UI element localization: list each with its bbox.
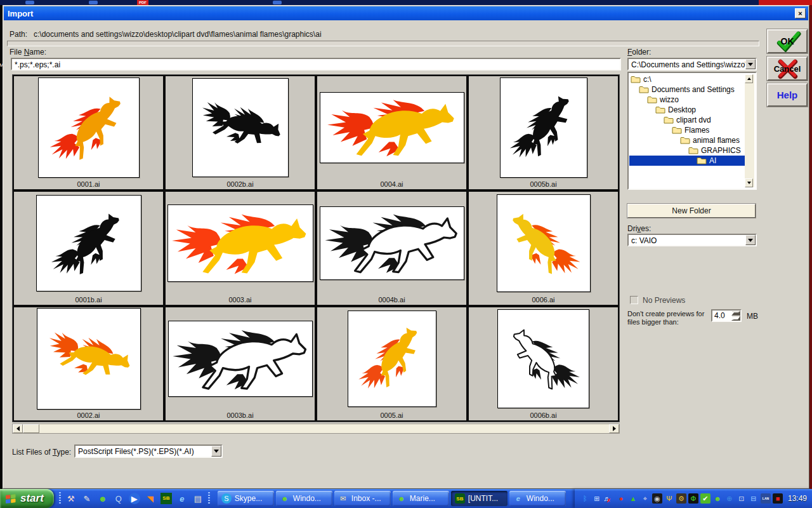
usb-device-icon[interactable]: ⊟ — [749, 493, 759, 504]
ok-button[interactable]: OK — [767, 29, 808, 53]
new-folder-button[interactable]: New Folder — [627, 204, 756, 218]
quicktime-icon[interactable]: Q — [113, 493, 124, 504]
messenger-icon[interactable]: ☻ — [97, 493, 108, 504]
file-type-label: List Files of Type: — [12, 448, 71, 457]
thumbnail-cell[interactable]: 0006b.ai — [468, 306, 619, 422]
folder-tree-item[interactable]: Documents and Settings — [629, 84, 745, 95]
tree-scrollbar[interactable] — [745, 74, 754, 187]
display-settings-icon[interactable]: ⊡ — [737, 493, 747, 504]
antivirus-shield-icon[interactable]: ✔ — [700, 493, 710, 504]
taskbar-task-button[interactable]: S Skype... — [218, 491, 274, 506]
signblazer-icon[interactable]: SB — [160, 493, 172, 504]
dropdown-arrow-icon[interactable] — [745, 59, 756, 69]
taskbar-task-button[interactable]: ☻ Windo... — [276, 491, 332, 506]
no-previews-label: No Previews — [643, 296, 685, 305]
pointer-device-icon[interactable]: ⌖ — [640, 493, 650, 504]
folder-tree-item[interactable]: wizzo — [629, 95, 745, 105]
help-button[interactable]: Help — [767, 83, 808, 107]
folder-tree-item[interactable]: Desktop — [629, 105, 745, 115]
background-window-edge — [759, 0, 812, 5]
file-name-input[interactable]: *.ps;*.eps;*.ai — [11, 58, 621, 70]
thumbnail-cell[interactable]: 0001b.ai — [13, 190, 164, 306]
updates-gear-icon[interactable]: ⚙ — [676, 493, 686, 504]
folder-tree-item[interactable]: GRAPHICS — [629, 145, 745, 156]
thumbnail-cell[interactable]: 0004.ai — [316, 75, 468, 190]
size-value[interactable]: 4.0 — [712, 311, 731, 320]
network-places-icon[interactable]: ⊞ — [592, 493, 602, 504]
file-type-dropdown[interactable]: PostScript Files(*.PS)(*.EPS)(*.AI) — [74, 444, 223, 458]
download-flame-icon[interactable]: ◥ — [145, 493, 156, 504]
folder-tree-item[interactable]: clipart dvd — [629, 115, 745, 125]
no-previews-checkbox[interactable] — [630, 296, 638, 304]
folder-tree-item[interactable]: c:\ — [629, 74, 745, 84]
spin-up-button[interactable] — [731, 311, 740, 316]
tray-icons: ᛒ⊞♬✗●▲⌖◉Ψ⚙Φ✔☻⊕⊡⊟LAN■ — [580, 493, 783, 504]
thumbnail-cell[interactable]: 0006.ai — [468, 190, 619, 306]
clipart-preview — [348, 311, 436, 407]
clipart-preview — [500, 77, 587, 178]
thumbnail-horizontal-scrollbar[interactable] — [12, 424, 620, 434]
traffic-red-icon[interactable]: ● — [616, 493, 626, 504]
window-title: Import — [8, 9, 33, 18]
taskbar-task-button[interactable]: SB [UNTIT... — [451, 491, 508, 506]
dropdown-arrow-icon[interactable] — [745, 235, 756, 245]
tweak-window-icon[interactable]: ✎ — [81, 493, 93, 504]
wifi-signal-icon[interactable]: Ψ — [664, 493, 674, 504]
imaging-icon[interactable]: ▤ — [192, 493, 204, 504]
preview-progress-bar — [7, 41, 759, 46]
alert-square-icon[interactable]: ■ — [773, 493, 783, 504]
clipart-preview — [38, 77, 140, 178]
volume-muted-icon[interactable]: ♬✗ — [604, 493, 614, 504]
scroll-up-button[interactable] — [745, 74, 753, 83]
scroll-left-button[interactable] — [13, 424, 23, 433]
scroll-right-button[interactable] — [609, 424, 619, 433]
thumbnail-cell[interactable]: 0002b.ai — [164, 75, 316, 190]
close-button[interactable]: × — [795, 8, 806, 18]
thumbnail-cell[interactable]: 0003b.ai — [164, 306, 316, 422]
camera-utility-icon[interactable]: ◉ — [652, 493, 662, 504]
dropdown-arrow-icon[interactable] — [211, 446, 221, 457]
taskbar-task-button[interactable]: ☻ Marie... — [393, 491, 449, 506]
thumbnail-filename: 0005.ai — [317, 411, 466, 419]
thumbnail-cell[interactable]: 0001.ai — [13, 75, 164, 190]
folder-icon — [639, 85, 649, 94]
start-button[interactable]: start — [0, 489, 54, 508]
media-player-icon[interactable]: ▶ — [129, 493, 140, 504]
import-dialog: Import × Path: c:\documents and settings… — [3, 5, 809, 489]
path-value: c:\documents and settings\wizzo\desktop\… — [34, 30, 322, 39]
thumbnail-cell[interactable]: 0003.ai — [164, 190, 316, 306]
bluetooth-icon[interactable]: ᛒ — [580, 493, 590, 504]
wrench-icon[interactable]: ⚒ — [65, 493, 77, 504]
upload-green-icon[interactable]: ▲ — [628, 493, 638, 504]
thumbnail-filename: 0005b.ai — [469, 180, 618, 188]
folder-tree-item[interactable]: animal flames — [629, 135, 745, 145]
web-globe-icon[interactable]: ⊕ — [724, 493, 735, 504]
folder-icon — [631, 75, 641, 84]
thumbnail-grid: 0001.ai 0002b.ai 0004.ai 0005b.ai 0001b.… — [12, 74, 620, 422]
scrollbar-thumb[interactable] — [23, 424, 39, 433]
messenger-status-icon[interactable]: ☻ — [712, 493, 723, 504]
desktop-strip: PDF — [0, 0, 812, 5]
clipart-preview — [497, 309, 589, 408]
thumbnail-cell[interactable]: 0005.ai — [316, 306, 468, 422]
lan-status-icon[interactable]: LAN — [761, 493, 771, 504]
thumbnail-cell[interactable]: 0004b.ai — [316, 190, 468, 306]
cancel-button[interactable]: Cancel — [767, 57, 808, 81]
ie-icon[interactable]: e — [176, 493, 188, 504]
thumbnail-cell[interactable]: 0002.ai — [13, 306, 164, 422]
taskbar-task-button[interactable]: ✉ Inbox -... — [334, 491, 391, 506]
taskbar-task-button[interactable]: e Windo... — [509, 491, 566, 506]
thumbnail-cell[interactable]: 0005b.ai — [468, 75, 619, 190]
drives-dropdown[interactable]: c: VAIO — [627, 234, 757, 246]
folder-tree-item[interactable]: AI — [629, 156, 745, 166]
scroll-down-button[interactable] — [745, 178, 753, 187]
folder-tree-item[interactable]: Flames — [629, 125, 745, 135]
previews-note-line1: Don't create previews for — [627, 310, 704, 318]
spin-down-button[interactable] — [731, 316, 740, 321]
folder-icon — [680, 136, 690, 145]
folder-dropdown[interactable]: C:\Documents and Settings\wizzo\De — [627, 58, 757, 70]
power-meter-icon[interactable]: Φ — [688, 493, 698, 504]
drives-label: Drives: — [627, 224, 651, 233]
thumbnail-filename: 0002b.ai — [166, 180, 315, 188]
size-spinner[interactable]: 4.0 — [711, 309, 742, 322]
